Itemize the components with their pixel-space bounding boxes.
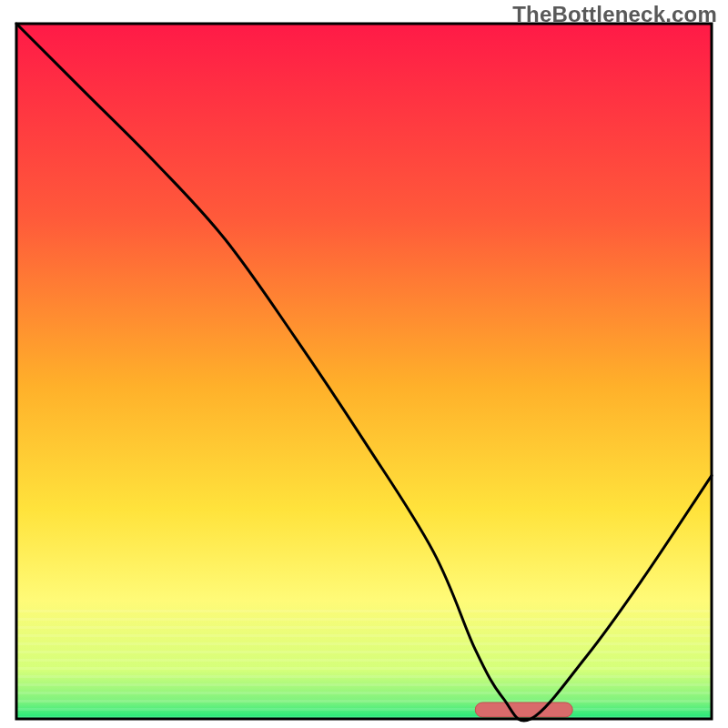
- svg-rect-1: [16, 618, 712, 621]
- svg-rect-7: [16, 667, 712, 670]
- chart-container: TheBottleneck.com: [0, 0, 728, 728]
- svg-rect-0: [16, 610, 712, 612]
- svg-rect-8: [16, 675, 712, 678]
- svg-rect-9: [16, 683, 712, 686]
- svg-rect-12: [16, 708, 712, 711]
- svg-rect-5: [16, 651, 712, 653]
- watermark-text: TheBottleneck.com: [512, 2, 717, 27]
- optimal-zone-marker: [475, 703, 572, 717]
- bottleneck-chart: [0, 0, 728, 728]
- svg-rect-10: [16, 692, 712, 694]
- svg-rect-3: [16, 634, 712, 637]
- svg-rect-11: [16, 700, 712, 703]
- svg-rect-6: [16, 659, 712, 662]
- svg-rect-4: [16, 642, 712, 645]
